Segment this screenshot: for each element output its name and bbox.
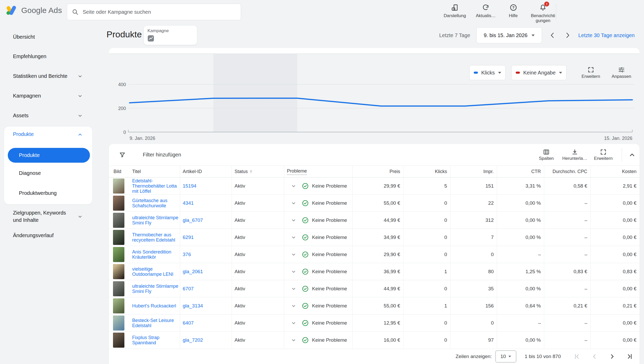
chevron-down-icon[interactable] xyxy=(291,201,296,206)
chevron-down-icon[interactable] xyxy=(291,252,296,257)
global-search[interactable] xyxy=(67,4,241,20)
chevron-down-icon[interactable] xyxy=(77,93,83,99)
product-title-link[interactable]: Gürteltasche aus Schafschurwolle xyxy=(132,198,167,208)
product-title-link[interactable]: Hubert's Rucksackerl xyxy=(132,303,176,308)
clicks-value: 0 xyxy=(444,200,447,206)
rows-per-page-select[interactable]: 10 xyxy=(496,351,516,362)
column-header-impr[interactable]: Impr. xyxy=(450,166,497,177)
article-id-link[interactable]: 4341 xyxy=(183,200,194,206)
product-title-link[interactable]: Anis Sonderedition Kräuterlikör xyxy=(132,249,171,260)
refresh-button[interactable]: Aktualis… xyxy=(476,3,496,23)
column-header-probleme[interactable]: Probleme xyxy=(284,166,352,177)
table-row: Anis Sonderedition Kräuterlikör 376 Akti… xyxy=(109,246,640,263)
sidebar-group-produkte-header[interactable]: Produkte xyxy=(13,131,34,137)
article-id-link[interactable]: 6407 xyxy=(183,320,194,326)
table-row: Fixplus Strap Spannband gla_7202 Aktiv K… xyxy=(109,332,640,349)
article-id-link[interactable]: gla_2061 xyxy=(183,269,203,274)
chevron-down-icon[interactable] xyxy=(77,73,83,79)
article-id-link[interactable]: 6707 xyxy=(183,286,194,292)
chevron-down-icon[interactable] xyxy=(291,218,296,223)
help-button[interactable]: ? Hilfe xyxy=(506,3,521,23)
sidebar-item-diagnose[interactable]: Diagnose xyxy=(19,170,41,176)
sidebar-item-zielgruppen[interactable]: Zielgruppen, Keywords und Inhalte xyxy=(13,209,66,224)
first-page-button[interactable] xyxy=(571,351,583,362)
sidebar-item-produktwerbung[interactable]: Produktwerbung xyxy=(19,190,57,196)
sidebar-item-produkte-selected[interactable]: Produkte xyxy=(8,148,90,163)
previous-page-button[interactable] xyxy=(589,351,600,362)
article-id-link[interactable]: 376 xyxy=(183,252,191,257)
status-value: Aktiv xyxy=(235,303,245,309)
notifications-button[interactable]: ! Benachrichtigungen xyxy=(531,3,555,23)
chevron-up-icon[interactable] xyxy=(77,132,83,138)
product-thumbnail[interactable] xyxy=(113,281,124,296)
product-thumbnail[interactable] xyxy=(113,264,124,279)
column-header-titel[interactable]: Titel xyxy=(132,169,141,174)
status-value: Aktiv xyxy=(235,217,245,223)
chevron-down-icon[interactable] xyxy=(291,320,296,326)
next-page-button[interactable] xyxy=(606,351,618,362)
appearance-button[interactable]: Darstellung xyxy=(444,3,466,23)
y-tick-400: 400 xyxy=(118,82,126,87)
sidebar-item-aenderungsverlauf[interactable]: Änderungsverlauf xyxy=(13,232,54,239)
column-header-kosten[interactable]: Kosten xyxy=(590,166,640,177)
chevron-down-icon[interactable] xyxy=(291,269,296,274)
column-header-cpc[interactable]: Durchschn. CPC xyxy=(544,166,590,177)
product-title-link[interactable]: ultraleichte Stirnlampe Smini Fly xyxy=(132,284,178,294)
sidebar-item-kampagnen[interactable]: Kampagnen xyxy=(13,92,41,99)
article-id-link[interactable]: 6291 xyxy=(183,235,194,240)
sidebar-item-empfehlungen[interactable]: Empfehlungen xyxy=(13,53,46,60)
download-icon xyxy=(571,149,578,155)
product-title-link[interactable]: Fixplus Strap Spannband xyxy=(132,335,159,345)
sidebar-item-statistiken[interactable]: Statistiken und Berichte xyxy=(13,72,67,80)
product-title-link[interactable]: ultraleichte Stirnlampe Smini Fly xyxy=(132,215,178,225)
sidebar-group-produkte: Produkte Produkte Diagnose Produktwerbun… xyxy=(4,127,92,204)
product-thumbnail[interactable] xyxy=(113,333,124,348)
add-filter-button[interactable]: Filter hinzufügen xyxy=(143,152,181,158)
scope-chip-kampagne[interactable]: Kampagne xyxy=(144,26,197,45)
article-id-link[interactable]: gla_3134 xyxy=(183,303,203,309)
chevron-down-icon[interactable] xyxy=(291,303,296,308)
date-range-dropdown[interactable]: 9. bis 15. Jan 2026 xyxy=(476,27,542,43)
product-thumbnail[interactable] xyxy=(113,298,124,313)
show-last-30-days-link[interactable]: Letzte 30 Tage anzeigen xyxy=(578,32,635,38)
chevron-down-icon[interactable] xyxy=(291,338,296,343)
product-thumbnail[interactable] xyxy=(113,230,124,245)
columns-button[interactable]: Spalten xyxy=(532,149,561,161)
product-thumbnail[interactable] xyxy=(113,196,124,211)
column-header-preis[interactable]: Preis xyxy=(352,166,403,177)
date-prev-button[interactable] xyxy=(548,31,557,40)
problems-value: Keine Probleme xyxy=(312,183,347,189)
sidebar-item-assets[interactable]: Assets xyxy=(13,112,29,119)
chevron-down-icon[interactable] xyxy=(291,183,296,189)
date-next-button[interactable] xyxy=(563,31,572,40)
cpc-value: 0,58 € xyxy=(574,183,587,189)
article-id-link[interactable]: gla_7202 xyxy=(183,337,203,343)
download-button[interactable]: Herunterla… xyxy=(561,149,589,161)
article-id-link[interactable]: gla_6707 xyxy=(183,217,203,223)
table-expand-button[interactable]: Erweitern xyxy=(589,149,618,161)
product-title-link[interactable]: Edelstahl- Thermobehälter Lotta mit Löff… xyxy=(132,178,177,194)
chevron-down-icon[interactable] xyxy=(291,235,296,240)
chevron-down-icon[interactable] xyxy=(77,113,83,119)
product-thumbnail[interactable] xyxy=(113,315,124,331)
filter-icon[interactable] xyxy=(119,152,126,158)
column-header-klicks[interactable]: Klicks xyxy=(403,166,450,177)
article-id-link[interactable]: 15194 xyxy=(183,183,196,189)
column-header-ctr[interactable]: CTR xyxy=(497,166,544,177)
sidebar-item-uebersicht[interactable]: Übersicht xyxy=(13,33,35,40)
column-header-bild[interactable]: Bild xyxy=(114,169,121,174)
column-header-status[interactable]: Status ↑ xyxy=(232,166,284,177)
product-thumbnail[interactable] xyxy=(113,247,124,262)
chevron-down-icon[interactable] xyxy=(77,214,83,219)
search-input[interactable] xyxy=(83,9,236,15)
product-thumbnail[interactable] xyxy=(113,178,124,194)
product-title-link[interactable]: Thermobecher aus recyceltem Edelstahl xyxy=(132,232,175,243)
product-title-link[interactable]: Besteck-Set Leisure Edelstahl xyxy=(132,318,174,328)
caret-down-icon xyxy=(508,356,511,357)
product-thumbnail[interactable] xyxy=(113,213,124,228)
collapse-table-button[interactable] xyxy=(626,149,638,161)
chevron-down-icon[interactable] xyxy=(291,286,296,291)
product-title-link[interactable]: vielseitige Outdoorlampe LENI xyxy=(132,266,173,277)
column-header-artikel-id[interactable]: Artikel-ID xyxy=(180,166,232,177)
last-page-button[interactable] xyxy=(624,351,635,362)
